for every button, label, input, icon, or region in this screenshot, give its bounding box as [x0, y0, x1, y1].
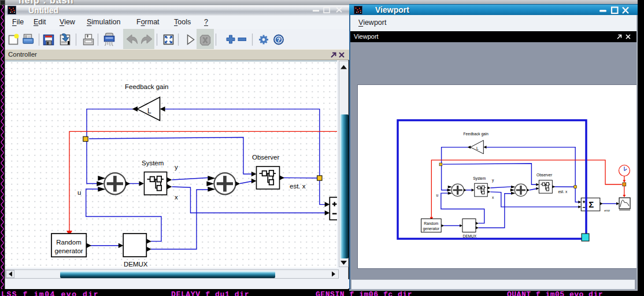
svg-text:?: ? — [277, 36, 281, 43]
